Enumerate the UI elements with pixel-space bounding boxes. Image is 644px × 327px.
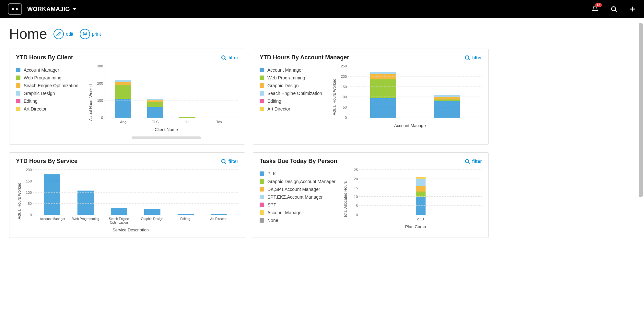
legend-item[interactable]: SPT (260, 201, 335, 209)
legend-item[interactable]: Art Director (16, 105, 81, 113)
legend-item[interactable]: PLK (260, 170, 335, 178)
legend-swatch (16, 83, 20, 88)
filter-button[interactable]: filter (221, 55, 238, 61)
y-tick: 100 (338, 95, 347, 99)
grid-line (33, 181, 238, 181)
y-axis-label: Total Allocated Hours (342, 170, 349, 229)
y-tick: 300 (95, 64, 103, 68)
legend-swatch (260, 83, 264, 88)
bar-slot (172, 66, 203, 118)
bar-slot (140, 66, 170, 118)
legend-label: Seach Engine Optimization (24, 83, 78, 88)
x-tick (351, 118, 415, 120)
y-tick: 10 (349, 195, 358, 199)
topbar-right: 13 (591, 6, 636, 13)
bar-segment (77, 191, 94, 215)
filter-button[interactable]: filter (464, 158, 482, 164)
legend-item[interactable]: Seach Engine Optimization (260, 89, 324, 97)
grid-line (104, 66, 238, 66)
bar[interactable] (147, 99, 163, 118)
bar[interactable] (44, 174, 60, 215)
legend-label: Art Director (24, 106, 47, 111)
y-tick: 5 (349, 204, 358, 208)
bar[interactable] (144, 209, 160, 215)
legend-item[interactable]: DK,SPT,Account Manager (260, 185, 335, 193)
bar[interactable] (434, 95, 460, 118)
legend-swatch (260, 107, 264, 111)
scrollbar-thumb[interactable] (639, 23, 643, 197)
pencil-icon (53, 29, 64, 39)
bar-slot (203, 170, 235, 215)
legend-item[interactable]: Graphic Design (260, 82, 324, 89)
chart-plot: 050100150200 Account ManagerWeb Programm… (23, 170, 238, 232)
bar-segment (370, 72, 396, 75)
brand-name: WORKAMAJIG (27, 6, 70, 13)
legend-item[interactable]: Graphic Design,Account Manager (260, 178, 335, 185)
legend-swatch (16, 68, 20, 72)
page-header: Home edit print (9, 26, 635, 42)
bar[interactable] (115, 80, 131, 118)
edit-button[interactable]: edit (53, 29, 73, 39)
y-axis-label: Actual Hours Worked (16, 170, 23, 232)
notifications-button[interactable]: 13 (591, 6, 599, 13)
x-tick: Web Programming (69, 215, 102, 224)
bar[interactable] (111, 208, 127, 215)
legend-item[interactable]: Editing (16, 97, 81, 105)
legend-item[interactable]: Graphic Design (16, 89, 81, 97)
legend-label: Graphic Design (267, 83, 299, 88)
bar[interactable] (370, 72, 396, 118)
chart-plot: 0510152025 2 13 Plan Comp (349, 170, 482, 229)
bar-segment (211, 214, 227, 215)
x-tick: Account Manager (36, 215, 69, 224)
bar-segment (370, 79, 396, 98)
search-button[interactable] (610, 6, 617, 13)
legend-item[interactable]: Web Programming (260, 74, 324, 82)
legend-swatch (260, 171, 264, 176)
x-axis-label: Plan Comp (349, 224, 482, 229)
vertical-scrollbar[interactable] (639, 23, 643, 246)
legend-swatch (260, 187, 264, 192)
bar-slot (170, 170, 202, 215)
legend-label: Graphic Design,Account Manager (267, 179, 335, 184)
bar-segment (111, 208, 127, 215)
y-tick: 0 (338, 116, 347, 120)
legend-item[interactable]: Seach Engine Optimization (16, 82, 81, 89)
chart-plot: 0100200300 AngGLCJHTes Client Name (94, 66, 238, 139)
svg-point-0 (612, 7, 616, 11)
filter-button[interactable]: filter (221, 158, 238, 164)
legend-item[interactable]: Account Manager (260, 66, 324, 74)
x-tick: GLC (139, 118, 171, 124)
legend-item[interactable]: None (260, 216, 335, 224)
legend-swatch (16, 91, 20, 96)
filter-button[interactable]: filter (464, 55, 482, 61)
legend-swatch (16, 99, 20, 103)
bar-slot (136, 170, 168, 215)
grid-line (359, 205, 482, 206)
legend-item[interactable]: Editing (260, 97, 324, 105)
bar[interactable] (77, 191, 94, 215)
bar[interactable] (211, 214, 227, 215)
topbar: WORKAMAJIG 13 (0, 0, 644, 18)
legend-item[interactable]: Art Director (260, 105, 324, 113)
grid-line (359, 196, 482, 197)
chart: Total Allocated Hours 0510152025 2 13 Pl… (342, 170, 482, 229)
svg-line-1 (615, 10, 617, 12)
y-axis-label: Actual Hours Worked (331, 66, 338, 128)
add-button[interactable] (629, 6, 636, 13)
horizontal-scrollbar[interactable] (132, 136, 201, 139)
bar[interactable] (416, 177, 426, 215)
y-tick: 50 (23, 202, 32, 205)
print-button[interactable]: print (80, 29, 101, 39)
x-tick: Graphic Design (135, 215, 169, 224)
brand-switcher[interactable]: WORKAMAJIG (27, 6, 76, 13)
bar-segment (144, 209, 160, 215)
legend-label: None (267, 218, 278, 223)
bar[interactable] (178, 214, 194, 215)
grid-line (33, 169, 238, 170)
bar[interactable] (179, 117, 195, 118)
legend-item[interactable]: Account Manager (260, 209, 335, 216)
legend-item[interactable]: SPT,EKZ,Account Manager (260, 193, 335, 201)
legend-item[interactable]: Account Manager (16, 66, 81, 74)
legend-item[interactable]: Web Programming (16, 74, 81, 82)
app-logo[interactable] (8, 3, 22, 15)
